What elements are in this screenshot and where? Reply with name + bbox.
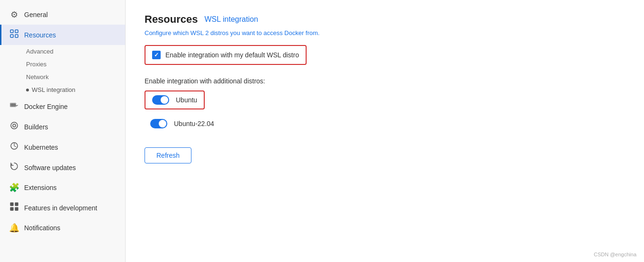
default-wsl-checkbox[interactable] [152, 51, 161, 59]
page-header: Resources WSL integration [145, 13, 625, 26]
distros-label: Enable integration with additional distr… [145, 77, 625, 85]
sidebar-subitem-proxies[interactable]: Proxies [0, 58, 125, 71]
sidebar-item-docker-engine-label: Docker Engine [24, 103, 68, 110]
svg-rect-7 [10, 203, 13, 206]
features-icon [9, 202, 19, 213]
ubuntu-toggle[interactable] [152, 95, 169, 105]
wsl-dot-icon [26, 89, 29, 91]
ubuntu22-toggle[interactable] [150, 119, 167, 128]
sidebar-item-general-label: General [24, 11, 48, 18]
sidebar-subitem-network[interactable]: Network [0, 71, 125, 83]
watermark: CSDN @engchina [594, 252, 636, 257]
sidebar-item-builders[interactable]: Builders [0, 117, 125, 137]
svg-rect-3 [15, 35, 18, 37]
sidebar-item-features-in-development[interactable]: Features in development [0, 198, 125, 218]
resources-icon [9, 29, 19, 40]
builders-icon [9, 121, 19, 132]
sidebar-item-general[interactable]: ⚙ General [0, 5, 125, 25]
ubuntu-toggle-row: Ubuntu [145, 90, 205, 109]
main-content: Resources WSL integration Configure whic… [126, 0, 644, 262]
sidebar-item-notifications[interactable]: 🔔 Notifications [0, 218, 125, 238]
section-title: WSL integration [205, 15, 258, 24]
general-icon: ⚙ [9, 9, 19, 20]
svg-rect-1 [15, 30, 18, 33]
sidebar-item-software-updates-label: Software updates [24, 164, 76, 172]
sidebar-subitem-wsl-label: WSL integration [32, 86, 75, 93]
sidebar-item-software-updates[interactable]: Software updates [0, 157, 125, 178]
svg-rect-10 [15, 208, 18, 210]
svg-rect-2 [10, 35, 13, 37]
sidebar-subitem-wsl-integration[interactable]: WSL integration [0, 83, 125, 96]
ubuntu-toggle-label: Ubuntu [176, 96, 197, 104]
ubuntu22-toggle-row: Ubuntu-22.04 [145, 115, 625, 132]
sidebar-item-kubernetes[interactable]: Kubernetes [0, 137, 125, 157]
sidebar-subitem-advanced-label: Advanced [26, 48, 54, 55]
sidebar-item-extensions-label: Extensions [24, 184, 56, 191]
refresh-button[interactable]: Refresh [145, 147, 191, 163]
svg-point-4 [11, 122, 18, 129]
kubernetes-icon [9, 142, 19, 153]
svg-rect-9 [10, 208, 13, 210]
svg-rect-8 [15, 203, 18, 206]
sidebar-item-notifications-label: Notifications [24, 224, 60, 232]
svg-rect-0 [10, 30, 13, 33]
sidebar-subitem-advanced[interactable]: Advanced [0, 45, 125, 58]
default-wsl-label: Enable integration with my default WSL d… [165, 51, 299, 59]
page-description: Configure which WSL 2 distros you want t… [145, 29, 625, 36]
ubuntu22-toggle-label: Ubuntu-22.04 [174, 120, 214, 127]
notifications-icon: 🔔 [9, 223, 19, 233]
extensions-icon: 🧩 [9, 182, 19, 193]
svg-point-5 [13, 124, 16, 127]
sidebar-item-builders-label: Builders [24, 123, 48, 131]
sidebar-item-resources[interactable]: Resources [0, 25, 125, 45]
sidebar-item-extensions[interactable]: 🧩 Extensions [0, 178, 125, 198]
sidebar: ⚙ General Resources Advanced Proxies Net… [0, 0, 126, 262]
sidebar-subitem-proxies-label: Proxies [26, 61, 46, 68]
sidebar-subitem-network-label: Network [26, 73, 49, 81]
sidebar-item-kubernetes-label: Kubernetes [24, 144, 58, 151]
sidebar-item-resources-label: Resources [24, 31, 56, 39]
default-wsl-checkbox-row[interactable]: Enable integration with my default WSL d… [145, 45, 307, 65]
sidebar-item-docker-engine[interactable]: Docker Engine [0, 96, 125, 117]
docker-engine-icon [9, 101, 19, 112]
sidebar-item-features-label: Features in development [24, 204, 97, 212]
software-updates-icon [9, 162, 19, 173]
page-title: Resources [145, 13, 198, 26]
